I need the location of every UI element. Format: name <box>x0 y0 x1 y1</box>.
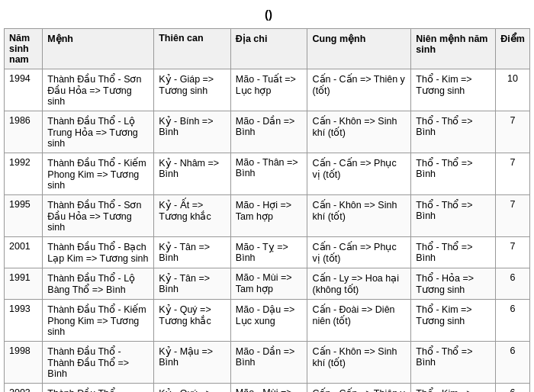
cell-cungmenh: Cấn - Cấn => Thiên y (tốt) <box>307 69 411 111</box>
cell-thiencan: Kỷ - Giáp => Tương sinh <box>154 69 231 111</box>
cell-year: 1991 <box>5 268 43 300</box>
table-row: 1998Thành Đầu Thổ - Thành Đầu Thổ => Bìn… <box>5 342 530 384</box>
cell-nienmenh: Thổ - Thổ => Bình <box>411 342 496 384</box>
cell-nienmenh: Thổ - Thổ => Bình <box>411 195 496 237</box>
cell-cungmenh: Cấn - Ly => Hoa hại (không tốt) <box>307 268 411 300</box>
cell-year: 1993 <box>5 300 43 342</box>
cell-menh: Thành Đầu Thổ - Sơn Đầu Hỏa => Tương sin… <box>43 69 154 111</box>
cell-thiencan: Kỷ - Quý => Tương khắc <box>154 300 231 342</box>
cell-diachi: Mão - Mùi => Tam hợp <box>230 384 307 393</box>
table-row: 1994Thành Đầu Thổ - Sơn Đầu Hỏa => Tương… <box>5 69 530 111</box>
cell-thiencan: Kỷ - Ất => Tương khắc <box>154 195 231 237</box>
cell-diachi: Mão - Tỵ => Bình <box>230 237 307 268</box>
header-thiencan: Thiên can <box>154 29 231 69</box>
cell-thiencan: Kỷ - Nhâm => Bình <box>154 153 231 195</box>
cell-nienmenh: Thổ - Kim => Tương sinh <box>411 384 496 393</box>
cell-diachi: Mão - Dần => Bình <box>230 111 307 153</box>
header-diachi: Địa chi <box>230 29 307 69</box>
cell-thiencan: Kỷ - Bính => Bình <box>154 111 231 153</box>
header-year: Năm sinh nam <box>5 29 43 69</box>
cell-menh: Thành Đầu Thổ - Lộ Trung Hỏa => Tương si… <box>43 111 154 153</box>
cell-diem: 7 <box>496 153 530 195</box>
table-row: 1992Thành Đầu Thổ - Kiếm Phong Kim => Tư… <box>5 153 530 195</box>
cell-thiencan: Kỷ - Mậu => Bình <box>154 342 231 384</box>
table-row: 1991Thành Đầu Thổ - Lộ Bàng Thổ => BìnhK… <box>5 268 530 300</box>
cell-cungmenh: Cấn - Cấn => Thiên y (tốt) <box>307 384 411 393</box>
compatibility-table: Năm sinh nam Mệnh Thiên can Địa chi Cung… <box>4 28 530 392</box>
cell-year: 1998 <box>5 342 43 384</box>
cell-year: 1986 <box>5 111 43 153</box>
cell-diem: 6 <box>496 268 530 300</box>
cell-year: 1994 <box>5 69 43 111</box>
cell-diachi: Mão - Tuất => Lục hợp <box>230 69 307 111</box>
cell-menh: Thành Đầu Thổ - Kiếm Phong Kim => Tương … <box>43 300 154 342</box>
cell-diem: 6 <box>496 300 530 342</box>
cell-cungmenh: Cấn - Cấn => Phục vị (tốt) <box>307 237 411 268</box>
cell-nienmenh: Thổ - Thổ => Bình <box>411 153 496 195</box>
cell-cungmenh: Cấn - Cấn => Phục vị (tốt) <box>307 153 411 195</box>
cell-menh: Thành Đầu Thổ - Sơn Đầu Hỏa => Tương sin… <box>43 195 154 237</box>
cell-diem: 7 <box>496 237 530 268</box>
cell-nienmenh: Thổ - Hỏa => Tương sinh <box>411 268 496 300</box>
cell-diem: 6 <box>496 342 530 384</box>
cell-diachi: Mão - Dậu => Lục xung <box>230 300 307 342</box>
cell-diem: 7 <box>496 195 530 237</box>
cell-menh: Thành Đầu Thổ - Thành Đầu Thổ => Bình <box>43 342 154 384</box>
cell-year: 2001 <box>5 237 43 268</box>
cell-diem: 10 <box>496 69 530 111</box>
cell-year: 1995 <box>5 195 43 237</box>
cell-menh: Thành Đầu Thổ - Dương Liễu Mộc => Tương … <box>43 384 154 393</box>
cell-nienmenh: Thổ - Thổ => Bình <box>411 111 496 153</box>
header-cungmenh: Cung mệnh <box>307 29 411 69</box>
cell-year: 2003 <box>5 384 43 393</box>
cell-diachi: Mão - Hợi => Tam hợp <box>230 195 307 237</box>
cell-menh: Thành Đầu Thổ - Bạch Lạp Kim => Tương si… <box>43 237 154 268</box>
table-row: 1986Thành Đầu Thổ - Lộ Trung Hỏa => Tươn… <box>5 111 530 153</box>
header-nienmenh: Niên mệnh năm sinh <box>411 29 496 69</box>
cell-cungmenh: Cấn - Khôn => Sinh khí (tốt) <box>307 342 411 384</box>
cell-diem: 6 <box>496 384 530 393</box>
table-row: 2003Thành Đầu Thổ - Dương Liễu Mộc => Tư… <box>5 384 530 393</box>
table-row: 2001Thành Đầu Thổ - Bạch Lạp Kim => Tươn… <box>5 237 530 268</box>
table-row: 1995Thành Đầu Thổ - Sơn Đầu Hỏa => Tương… <box>5 195 530 237</box>
cell-thiencan: Kỷ - Quý => Tương khắc <box>154 384 231 393</box>
cell-thiencan: Kỷ - Tân => Bình <box>154 268 231 300</box>
cell-cungmenh: Cấn - Khôn => Sinh khí (tốt) <box>307 111 411 153</box>
header-menh: Mệnh <box>43 29 154 69</box>
cell-nienmenh: Thổ - Kim => Tương sinh <box>411 300 496 342</box>
page-title: () <box>4 8 530 21</box>
cell-diachi: Mão - Dần => Bình <box>230 342 307 384</box>
cell-nienmenh: Thổ - Thổ => Bình <box>411 237 496 268</box>
cell-cungmenh: Cấn - Đoài => Diên niên (tốt) <box>307 300 411 342</box>
cell-thiencan: Kỷ - Tân => Bình <box>154 237 231 268</box>
cell-menh: Thành Đầu Thổ - Lộ Bàng Thổ => Bình <box>43 268 154 300</box>
table-row: 1993Thành Đầu Thổ - Kiếm Phong Kim => Tư… <box>5 300 530 342</box>
cell-diachi: Mão - Thân => Bình <box>230 153 307 195</box>
cell-year: 1992 <box>5 153 43 195</box>
cell-cungmenh: Cấn - Khôn => Sinh khí (tốt) <box>307 195 411 237</box>
cell-diem: 7 <box>496 111 530 153</box>
header-diem: Điểm <box>496 29 530 69</box>
cell-diachi: Mão - Mùi => Tam hợp <box>230 268 307 300</box>
cell-nienmenh: Thổ - Kim => Tương sinh <box>411 69 496 111</box>
page-container: () Năm sinh nam Mệnh Thiên can Địa chi C… <box>0 0 534 392</box>
cell-menh: Thành Đầu Thổ - Kiếm Phong Kim => Tương … <box>43 153 154 195</box>
